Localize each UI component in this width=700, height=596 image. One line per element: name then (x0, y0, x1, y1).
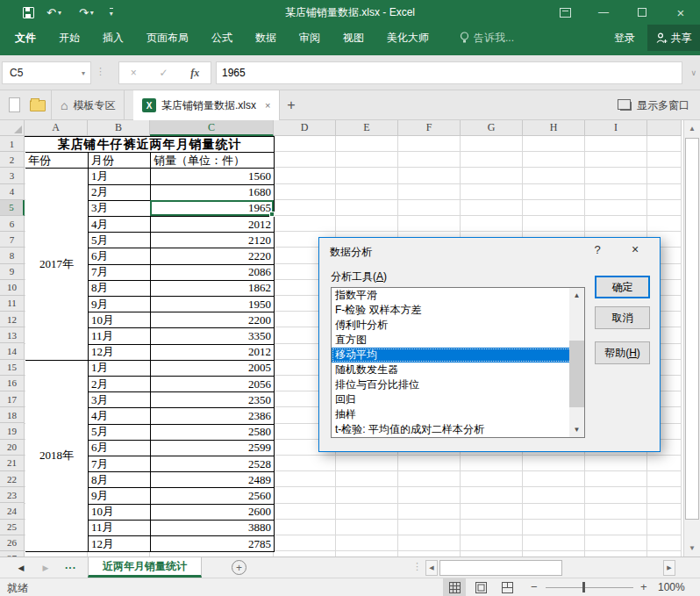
row-header-7[interactable]: 7 (0, 232, 25, 248)
value-cell[interactable]: 1680 (151, 185, 275, 201)
new-document-icon[interactable] (9, 97, 20, 112)
scroll-right-icon[interactable]: ▶ (663, 560, 675, 576)
analysis-tool-item-4[interactable]: 移动平均 (332, 348, 584, 363)
vertical-scrollbar[interactable]: ▲ ▼ (683, 120, 700, 557)
value-cell[interactable]: 2528 (151, 456, 275, 472)
row-header-18[interactable]: 18 (0, 407, 25, 423)
month-cell[interactable]: 11月 (89, 521, 151, 536)
value-cell[interactable]: 2012 (151, 345, 275, 361)
scroll-left-icon[interactable]: ◀ (425, 560, 438, 576)
ribbon-tab-1[interactable]: 开始 (51, 25, 88, 51)
column-header-G[interactable]: G (461, 120, 523, 136)
ok-button[interactable]: 确定 (595, 276, 650, 298)
value-cell[interactable]: 1950 (151, 297, 275, 312)
column-header-F[interactable]: F (398, 120, 461, 136)
row-header-6[interactable]: 6 (0, 216, 25, 232)
save-icon[interactable] (23, 7, 34, 18)
row-header-12[interactable]: 12 (0, 312, 25, 327)
listbox-scroll-up-icon[interactable]: ▲ (569, 288, 584, 303)
horizontal-scrollbar[interactable]: ◀ ▶ (425, 560, 675, 576)
row-header-8[interactable]: 8 (0, 248, 25, 263)
ribbon-display-options-button[interactable] (546, 0, 584, 25)
row-header-1[interactable]: 1 (0, 136, 25, 152)
sign-in-button[interactable]: 登录 (614, 31, 635, 46)
header-cell-sales[interactable]: 销量（单位：件） (151, 153, 275, 169)
row-header-17[interactable]: 17 (0, 391, 25, 407)
close-button[interactable]: × (661, 0, 700, 25)
month-cell[interactable]: 5月 (89, 233, 151, 248)
month-cell[interactable]: 10月 (89, 505, 151, 521)
analysis-tools-listbox[interactable]: 指数平滑F-检验 双样本方差傅利叶分析直方图移动平均随机数发生器排位与百分比排位… (331, 287, 585, 438)
listbox-scrollbar-thumb[interactable] (569, 341, 584, 407)
cancel-entry-icon[interactable]: × (131, 67, 137, 79)
value-cell[interactable]: 2056 (151, 377, 275, 392)
row-header-19[interactable]: 19 (0, 423, 25, 439)
month-cell[interactable]: 12月 (89, 345, 151, 361)
workbook-tab-close-icon[interactable]: × (265, 100, 270, 111)
row-header-16[interactable]: 16 (0, 376, 25, 391)
month-cell[interactable]: 7月 (89, 265, 151, 281)
row-header-11[interactable]: 11 (0, 296, 25, 312)
name-box-dropdown-icon[interactable]: ▾ (82, 69, 85, 77)
zoom-out-icon[interactable]: − (531, 580, 538, 593)
open-folder-icon[interactable] (30, 100, 46, 111)
ribbon-tab-file[interactable]: 文件 (7, 25, 44, 51)
value-cell[interactable]: 2599 (151, 441, 275, 456)
tell-me-box[interactable]: 告诉我... (460, 31, 514, 46)
month-cell[interactable]: 9月 (89, 488, 151, 504)
row-header-21[interactable]: 21 (0, 456, 25, 471)
header-cell-year[interactable]: 年份 (25, 153, 89, 169)
dialog-close-icon[interactable]: × (622, 242, 648, 260)
redo-dropdown-icon[interactable]: ▾ (90, 9, 94, 17)
row-header-24[interactable]: 24 (0, 503, 25, 519)
value-cell[interactable]: 2560 (151, 488, 275, 504)
zoom-slider-thumb[interactable] (582, 582, 585, 592)
month-cell[interactable]: 2月 (89, 185, 151, 201)
row-header-3[interactable]: 3 (0, 168, 25, 183)
month-cell[interactable]: 7月 (89, 456, 151, 472)
minimize-button[interactable]: — (584, 0, 623, 25)
month-cell[interactable]: 6月 (89, 248, 151, 264)
analysis-tool-item-9[interactable]: t-检验: 平均值的成对二样本分析 (332, 422, 584, 437)
column-header-A[interactable]: A (25, 120, 88, 136)
value-cell[interactable]: 1560 (151, 169, 275, 184)
value-cell[interactable]: 3880 (151, 521, 275, 536)
ribbon-tab-8[interactable]: 美化大师 (379, 25, 437, 51)
show-multiple-windows[interactable]: 显示多窗口 (620, 98, 689, 113)
month-cell[interactable]: 8月 (89, 472, 151, 488)
value-cell[interactable]: 1862 (151, 281, 275, 297)
value-cell[interactable]: 2580 (151, 425, 275, 441)
redo-icon[interactable]: ↷ (79, 7, 89, 18)
value-cell[interactable]: 2489 (151, 472, 275, 488)
month-cell[interactable]: 1月 (89, 361, 151, 377)
analysis-tool-item-3[interactable]: 直方图 (332, 333, 584, 348)
fill-handle[interactable] (269, 212, 275, 217)
row-header-4[interactable]: 4 (0, 184, 25, 200)
month-cell[interactable]: 9月 (89, 297, 151, 312)
ribbon-tab-7[interactable]: 视图 (335, 25, 372, 51)
cancel-button[interactable]: 取消 (595, 306, 650, 329)
value-cell[interactable]: 2012 (151, 217, 275, 233)
month-cell[interactable]: 2月 (89, 377, 151, 392)
value-cell[interactable]: 2120 (151, 233, 275, 248)
analysis-tool-item-1[interactable]: F-检验 双样本方差 (332, 303, 584, 318)
workbook-tab[interactable]: X 某店铺销量数据.xlsx × (133, 90, 280, 120)
month-cell[interactable]: 11月 (89, 328, 151, 344)
row-header-26[interactable]: 26 (0, 535, 25, 551)
row-header-13[interactable]: 13 (0, 327, 25, 343)
analysis-tool-item-6[interactable]: 排位与百分比排位 (332, 377, 584, 392)
value-cell[interactable]: 2220 (151, 248, 275, 264)
ribbon-tab-2[interactable]: 插入 (95, 25, 132, 51)
analysis-tool-item-0[interactable]: 指数平滑 (332, 288, 584, 303)
row-header-5[interactable]: 5 (0, 200, 25, 216)
normal-view-button[interactable] (443, 578, 466, 596)
table-title-cell[interactable]: 某店铺牛仔裤近两年月销量统计 (25, 137, 275, 153)
month-cell[interactable]: 4月 (89, 408, 151, 424)
month-cell[interactable]: 10月 (89, 312, 151, 328)
row-header-15[interactable]: 15 (0, 360, 25, 376)
month-cell[interactable]: 3月 (89, 392, 151, 408)
dialog-help-icon[interactable]: ? (587, 243, 608, 261)
listbox-scroll-down-icon[interactable]: ▼ (569, 422, 584, 437)
column-header-partial[interactable] (647, 120, 682, 136)
analysis-tool-item-2[interactable]: 傅利叶分析 (332, 318, 584, 333)
